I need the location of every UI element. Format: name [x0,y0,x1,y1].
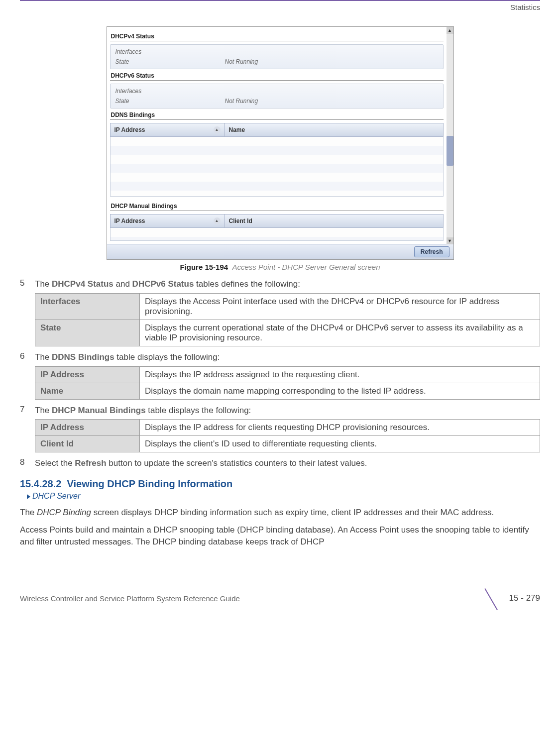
scrollbar[interactable]: ▲ ▼ [447,27,453,244]
def-value: Displays the current operational state o… [140,320,540,346]
paragraph: Access Points build and maintain a DHCP … [20,524,540,548]
figure-caption: Figure 15-194 Access Point - DHCP Server… [20,263,540,271]
ddns-table-header: IP Address▲ Name [110,123,444,137]
footer-slash-icon [485,588,505,608]
def-value: Displays the Access Point interface used… [140,293,540,320]
def-value: Displays the IP address for clients requ… [140,420,540,436]
paragraph: The DHCP Binding screen displays DHCP bi… [20,507,540,519]
dhcpv4-state-value: Not Running [225,58,258,65]
sort-asc-icon[interactable]: ▲ [214,126,221,133]
arrow-right-icon [27,494,30,499]
step-number: 7 [20,405,35,417]
def-value: Displays the IP address assigned to the … [140,366,540,383]
definition-table-ddns: IP AddressDisplays the IP address assign… [35,366,540,400]
step-text: Select the Refresh button to update the … [35,457,540,469]
sort-asc-icon[interactable]: ▲ [214,217,221,224]
def-key: Name [35,383,140,399]
definition-table-manual: IP AddressDisplays the IP address for cl… [35,419,540,452]
step-number: 8 [20,457,35,469]
dhcpv6-status-title: DHCPv6 Status [111,72,444,79]
manual-col-client[interactable]: Client Id [225,215,443,227]
manual-table-body [110,228,444,241]
footer-guide-title: Wireless Controller and Service Platform… [20,594,240,603]
page-header-section: Statistics [20,0,540,11]
figure-label: Figure 15-194 [180,263,228,271]
section-heading: 15.4.28.2 Viewing DHCP Binding Informati… [20,478,540,490]
figure-text: Access Point - DHCP Server General scree… [232,263,380,271]
step-number: 5 [20,278,35,290]
step-text: The DDNS Bindings table displays the fol… [35,351,540,363]
step-number: 6 [20,351,35,363]
def-key: State [35,320,140,346]
dhcpv6-state-value: Not Running [225,98,258,105]
ddns-bindings-title: DDNS Bindings [111,111,444,118]
ddns-col-name[interactable]: Name [225,123,443,136]
step-text: The DHCPv4 Status and DHCPv6 Status tabl… [35,278,540,290]
manual-table-header: IP Address▲ Client Id [110,214,444,228]
manual-bindings-title: DHCP Manual Bindings [111,203,444,210]
breadcrumb[interactable]: DHCP Server [27,492,540,501]
ddns-table-body [110,137,444,197]
dhcpv6-interfaces-label: Interfaces [115,88,225,95]
def-key: IP Address [35,420,140,436]
manual-col-ip[interactable]: IP Address [114,217,145,224]
scroll-thumb[interactable] [447,136,453,166]
scroll-up-icon[interactable]: ▲ [447,27,453,34]
def-key: Interfaces [35,293,140,320]
def-key: IP Address [35,366,140,383]
screenshot-figure: ▲ ▼ DHCPv4 Status Interfaces StateNot Ru… [107,26,454,260]
dhcpv4-state-label: State [115,58,225,65]
refresh-button[interactable]: Refresh [414,246,449,257]
dhcpv4-interfaces-label: Interfaces [115,48,225,55]
definition-table-status: InterfacesDisplays the Access Point inte… [35,293,540,346]
step-text: The DHCP Manual Bindings table displays … [35,405,540,417]
dhcpv6-state-label: State [115,98,225,105]
ddns-col-ip[interactable]: IP Address [114,126,145,133]
footer-page-number: 15 - 279 [509,593,540,603]
dhcpv4-status-title: DHCPv4 Status [111,33,444,40]
scroll-down-icon[interactable]: ▼ [447,237,453,244]
def-key: Client Id [35,436,140,452]
def-value: Displays the domain name mapping corresp… [140,383,540,399]
def-value: Displays the client's ID used to differe… [140,436,540,452]
